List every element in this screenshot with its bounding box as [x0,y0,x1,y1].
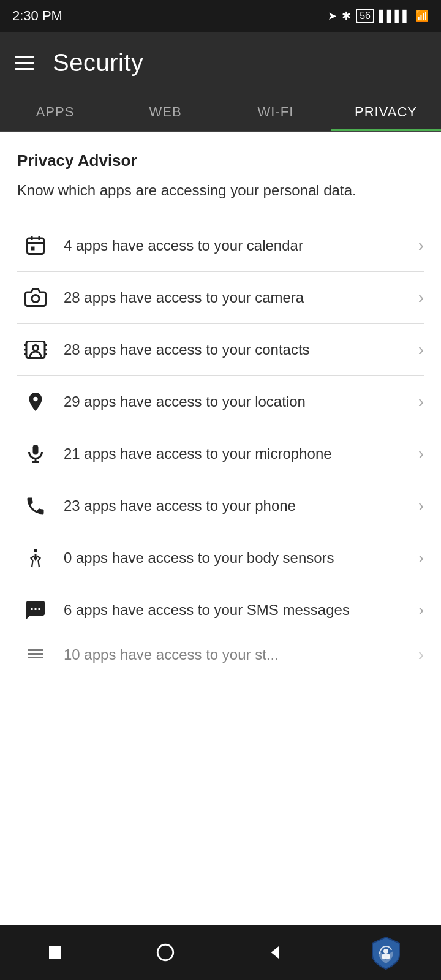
svg-point-7 [33,345,39,350]
storage-icon [17,644,54,666]
signal-icon: ▌▌▌▌ [379,10,410,23]
svg-point-26 [383,949,388,954]
time-display: 2:30 PM [12,8,62,24]
chevron-right-icon: › [418,645,424,665]
chevron-right-icon: › [418,444,424,464]
stop-button[interactable] [37,934,74,971]
calendar-icon [17,235,54,257]
list-item[interactable]: 21 apps have access to your microphone › [17,428,424,480]
list-item[interactable]: 29 apps have access to your location › [17,376,424,428]
list-item[interactable]: 10 apps have access to your st... › [17,636,424,673]
phone-icon [17,495,54,517]
location-text: 29 apps have access to your location [54,391,418,412]
status-bar: 2:30 PM ➤ ✱ 56 ▌▌▌▌ 📶 [0,0,441,32]
chevron-right-icon: › [418,288,424,307]
section-title: Privacy Advisor [17,151,424,170]
chevron-right-icon: › [418,496,424,516]
svg-point-5 [32,295,39,302]
home-button[interactable] [147,934,184,971]
back-button[interactable] [257,934,294,971]
svg-rect-22 [49,946,61,959]
tab-web[interactable]: WEB [110,93,221,131]
body-sensors-text: 0 apps have access to your body sensors [54,548,418,568]
list-item[interactable]: 4 apps have access to your calendar › [17,220,424,272]
svg-marker-24 [271,946,279,959]
microphone-icon [17,443,54,465]
sms-text: 6 apps have access to your SMS messages [54,600,418,620]
body-sensors-icon [17,547,54,569]
list-item[interactable]: 23 apps have access to your phone › [17,480,424,532]
svg-rect-14 [33,445,39,455]
storage-text: 10 apps have access to your st... [54,644,418,665]
location-pin-icon [17,391,54,413]
contacts-text: 28 apps have access to your contacts [54,339,418,360]
tab-apps[interactable]: APPS [0,93,110,131]
list-item[interactable]: 28 apps have access to your contacts › [17,324,424,376]
list-item[interactable]: 0 apps have access to your body sensors … [17,532,424,584]
microphone-text: 21 apps have access to your microphone [54,443,418,464]
camera-icon [17,287,54,309]
app-header: Security [0,32,441,93]
sms-icon [17,599,54,621]
svg-point-23 [157,944,173,960]
chevron-right-icon: › [418,548,424,568]
privacy-list: 4 apps have access to your calendar › 28… [17,220,424,673]
chevron-right-icon: › [418,392,424,412]
phone-text: 23 apps have access to your phone [54,496,418,516]
bluetooth-icon: ✱ [342,9,351,23]
svg-point-17 [34,549,37,552]
shield-home-badge[interactable] [368,934,404,971]
menu-button[interactable] [15,56,34,70]
bottom-nav-bar [0,925,441,980]
camera-text: 28 apps have access to your camera [54,287,418,308]
chevron-right-icon: › [418,340,424,360]
contacts-icon [17,339,54,361]
main-content: Privacy Advisor Know which apps are acce… [0,132,441,673]
chevron-right-icon: › [418,236,424,255]
wifi-icon: 📶 [415,9,429,23]
list-item[interactable]: 6 apps have access to your SMS messages … [17,584,424,636]
battery-indicator: 56 [356,9,374,23]
svg-rect-4 [31,246,35,250]
svg-rect-0 [28,238,44,254]
calendar-text: 4 apps have access to your calendar [54,235,418,256]
tab-bar: APPS WEB WI-FI PRIVACY [0,93,441,132]
tab-privacy[interactable]: PRIVACY [331,93,441,131]
chevron-right-icon: › [418,600,424,620]
svg-rect-25 [382,954,390,959]
location-icon: ➤ [328,9,337,23]
status-icons: ➤ ✱ 56 ▌▌▌▌ 📶 [328,9,429,23]
tab-wifi[interactable]: WI-FI [221,93,331,131]
section-description: Know which apps are accessing your perso… [17,180,424,202]
list-item[interactable]: 28 apps have access to your camera › [17,272,424,324]
page-title: Security [53,49,144,77]
